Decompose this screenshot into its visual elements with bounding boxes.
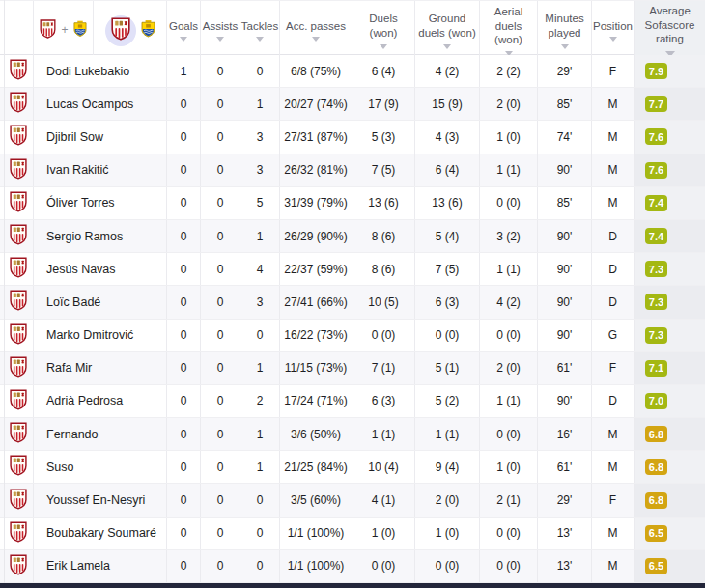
position-cell: D bbox=[592, 385, 634, 417]
sevilla-crest-slot bbox=[10, 125, 27, 149]
acc-passes-cell: 26/32 (81%) bbox=[280, 154, 352, 186]
sevilla-crest-icon bbox=[10, 455, 27, 476]
table-left-border bbox=[4, 0, 5, 583]
table-row[interactable]: Rafa Mir 0 0 1 11/15 (73%) 7 (1) 5 (1) 2… bbox=[0, 352, 705, 385]
minutes-cell: 90' bbox=[538, 385, 592, 417]
table-row[interactable]: Adrià Pedrosa 0 0 2 17/24 (71%) 6 (3) 5 … bbox=[0, 385, 705, 418]
sevilla-crest-slot bbox=[10, 92, 27, 116]
table-row[interactable]: Fernando 0 0 1 3/6 (50%) 1 (1) 1 (1) 0 (… bbox=[0, 418, 705, 451]
minutes-cell: 90' bbox=[538, 286, 592, 318]
sevilla-crest-slot bbox=[10, 290, 27, 314]
sort-arrow-icon bbox=[609, 37, 617, 42]
player-name: Rafa Mir bbox=[34, 352, 167, 384]
assists-cell: 0 bbox=[201, 121, 240, 153]
player-rows: Dodi Lukebakio 1 0 0 6/8 (75%) 6 (4) 4 (… bbox=[0, 55, 705, 583]
player-name: Adrià Pedrosa bbox=[34, 385, 167, 417]
duels-cell: 7 (5) bbox=[352, 154, 415, 186]
ground-duels-cell: 9 (4) bbox=[415, 451, 480, 483]
column-label: Average Sofascore rating bbox=[636, 4, 703, 46]
column-header-tackles[interactable]: Tackles bbox=[240, 1, 280, 61]
column-header-duels[interactable]: Duels (won) bbox=[352, 1, 415, 61]
column-label: Aerial duels (won) bbox=[482, 5, 535, 47]
team-crest-cell bbox=[0, 385, 34, 417]
team-filter-both[interactable]: + bbox=[34, 1, 94, 61]
table-row[interactable]: Suso 0 0 1 21/25 (84%) 10 (4) 9 (4) 1 (0… bbox=[0, 451, 705, 484]
column-header-aerial-duels[interactable]: Aerial duels (won) bbox=[480, 1, 538, 61]
goals-cell: 0 bbox=[167, 550, 201, 582]
table-row[interactable]: Dodi Lukebakio 1 0 0 6/8 (75%) 6 (4) 4 (… bbox=[0, 55, 705, 88]
column-header-assists[interactable]: Assists bbox=[201, 1, 240, 61]
rating-cell: 6.5 bbox=[634, 550, 705, 582]
team-filter-laspalmas[interactable] bbox=[141, 19, 155, 42]
goals-cell: 0 bbox=[167, 220, 201, 252]
table-row[interactable]: Jesús Navas 0 0 4 22/37 (59%) 8 (6) 7 (5… bbox=[0, 253, 705, 286]
tackles-cell: 0 bbox=[240, 484, 280, 516]
player-name: Erik Lamela bbox=[34, 550, 167, 582]
aerial-duels-cell: 2 (0) bbox=[480, 88, 538, 120]
sevilla-crest-icon bbox=[40, 19, 56, 39]
duels-cell: 7 (1) bbox=[352, 352, 415, 384]
team-crest-cell bbox=[0, 550, 34, 582]
sevilla-crest-icon bbox=[10, 554, 27, 575]
duels-cell: 5 (3) bbox=[352, 121, 415, 153]
rating-cell: 7.9 bbox=[634, 55, 705, 87]
position-cell: D bbox=[592, 220, 634, 252]
aerial-duels-cell: 1 (0) bbox=[480, 121, 538, 153]
table-row[interactable]: Loïc Badé 0 0 3 27/41 (66%) 10 (5) 6 (3)… bbox=[0, 286, 705, 319]
sort-arrow-icon bbox=[561, 44, 569, 49]
table-row[interactable]: Sergio Ramos 0 0 1 26/29 (90%) 8 (6) 5 (… bbox=[0, 220, 705, 253]
assists-cell: 0 bbox=[201, 352, 240, 384]
rating-badge: 7.9 bbox=[645, 63, 667, 79]
goals-cell: 1 bbox=[167, 55, 201, 87]
position-cell: M bbox=[592, 418, 634, 450]
team-crest-cell bbox=[0, 320, 34, 351]
table-row[interactable]: Marko Dmitrović 0 0 0 16/22 (73%) 0 (0) … bbox=[0, 320, 705, 352]
table-row[interactable]: Óliver Torres 0 0 5 31/39 (79%) 13 (6) 1… bbox=[0, 187, 705, 220]
ground-duels-cell: 2 (0) bbox=[415, 484, 480, 516]
column-header-goals[interactable]: Goals bbox=[167, 1, 201, 61]
rating-badge: 7.3 bbox=[645, 294, 667, 310]
aerial-duels-cell: 0 (0) bbox=[480, 320, 538, 351]
column-header-acc-passes[interactable]: Acc. passes bbox=[280, 1, 352, 61]
assists-cell: 0 bbox=[201, 220, 240, 252]
sevilla-crest-slot bbox=[10, 489, 27, 513]
player-name: Boubakary Soumaré bbox=[34, 518, 167, 549]
duels-cell: 0 (0) bbox=[352, 550, 415, 582]
laspalmas-slot bbox=[141, 29, 155, 41]
ground-duels-cell: 0 (0) bbox=[415, 550, 480, 582]
rating-cell: 6.8 bbox=[634, 484, 705, 516]
rating-cell: 7.4 bbox=[634, 220, 705, 252]
table-row[interactable]: Youssef En-Nesyri 0 0 0 3/5 (60%) 4 (1) … bbox=[0, 484, 705, 517]
tackles-cell: 3 bbox=[240, 154, 280, 186]
table-row[interactable]: Boubakary Soumaré 0 0 0 1/1 (100%) 1 (0)… bbox=[0, 518, 705, 550]
column-header-ground-duels[interactable]: Ground duels (won) bbox=[415, 1, 480, 61]
table-row[interactable]: Lucas Ocampos 0 0 1 20/27 (74%) 17 (9) 1… bbox=[0, 88, 705, 121]
table-row[interactable]: Ivan Rakitić 0 0 3 26/32 (81%) 7 (5) 6 (… bbox=[0, 154, 705, 187]
tackles-cell: 1 bbox=[240, 451, 280, 483]
ground-duels-cell: 5 (2) bbox=[415, 385, 480, 417]
ground-duels-cell: 0 (0) bbox=[415, 320, 480, 351]
column-header-rating[interactable]: Average Sofascore rating bbox=[634, 1, 705, 61]
column-header-minutes[interactable]: Minutes played bbox=[538, 1, 592, 61]
column-label: Duels (won) bbox=[354, 12, 412, 40]
player-name: Fernando bbox=[34, 418, 167, 450]
sevilla-crest-slot bbox=[10, 521, 27, 546]
aerial-duels-cell: 3 (2) bbox=[480, 220, 538, 252]
minutes-cell: 61' bbox=[538, 451, 592, 483]
table-row[interactable]: Djibril Sow 0 0 3 27/31 (87%) 5 (3) 4 (3… bbox=[0, 121, 705, 154]
ground-duels-cell: 5 (1) bbox=[415, 352, 480, 384]
acc-passes-cell: 27/41 (66%) bbox=[280, 286, 352, 318]
rating-badge: 7.1 bbox=[645, 360, 667, 377]
rating-badge: 6.8 bbox=[645, 492, 667, 509]
team-filter-sevilla[interactable] bbox=[105, 15, 136, 46]
duels-cell: 6 (4) bbox=[352, 55, 415, 87]
assists-cell: 0 bbox=[201, 484, 240, 516]
team-crest-cell bbox=[0, 253, 34, 285]
sevilla-crest-slot bbox=[10, 389, 27, 413]
goals-cell: 0 bbox=[167, 187, 201, 219]
column-header-position[interactable]: Position bbox=[592, 1, 634, 61]
table-row[interactable]: Erik Lamela 0 0 0 1/1 (100%) 0 (0) 0 (0)… bbox=[0, 550, 705, 583]
minutes-cell: 85' bbox=[538, 187, 592, 219]
aerial-duels-cell: 1 (1) bbox=[480, 385, 538, 417]
player-name: Loïc Badé bbox=[34, 286, 167, 318]
